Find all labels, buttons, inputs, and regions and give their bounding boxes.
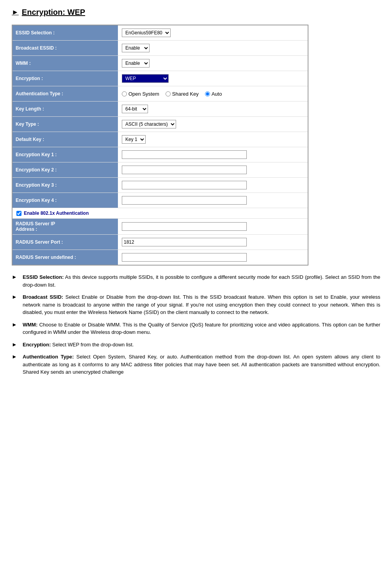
radius-port-input[interactable] [122,238,247,246]
auth-open-system-radio[interactable] [122,91,127,96]
bullet-arrow-icon-4: ► [12,341,23,348]
auth-type-row: Authentication Type : Open System Shared… [12,86,308,102]
default-key-select[interactable]: Key 1 Key 2 Key 3 Key 4 [122,135,146,144]
broadcast-essid-label: Broadcast ESSID : [12,41,118,55]
bullet-text-3: WMM: Choose to Enable or Disable WMM. Th… [23,321,380,336]
key-type-select[interactable]: ASCII (5 characters) Hex (10 characters) [122,120,176,128]
bullet-arrow-icon-5: ► [12,353,23,360]
radius-ip-value [118,221,308,232]
radius-undefined-value [118,251,308,263]
bullet-text-1: ESSID Selection: As this device supports… [23,273,380,289]
wmm-select[interactable]: Enable Disable [122,59,150,68]
auth-type-value: Open System Shared Key Auto [118,89,308,98]
enc-key-4-label: Encryption Key 4 : [12,193,118,208]
key-type-label: Key Type : [12,117,118,132]
essid-selection-row: ESSID Selection : EnGenius59FE80 [12,25,308,41]
radius-port-label: RADIUS Server Port : [12,235,118,250]
bullet-3: ► WMM: Choose to Enable or Disable WMM. … [12,321,380,336]
enc-key-2-input[interactable] [122,166,247,174]
auth-type-radio-group: Open System Shared Key Auto [122,91,222,97]
auth-shared-key-radio[interactable] [166,91,171,96]
bullet-text-5: Authentication Type: Select Open System,… [23,353,380,376]
key-length-label: Key Length : [12,102,118,116]
essid-selection-value: EnGenius59FE80 [118,27,308,39]
default-key-label: Default Key : [12,132,118,147]
wmm-value: Enable Disable [118,57,308,69]
auth-auto-radio[interactable] [205,91,210,96]
enc-key-4-value [118,194,308,206]
enc-key-2-row: Encryption Key 2 : [12,162,308,178]
default-key-value: Key 1 Key 2 Key 3 Key 4 [118,134,308,145]
radius-undefined-input[interactable] [122,253,247,262]
enc-key-1-row: Encryption Key 1 : [12,147,308,162]
enc-key-3-row: Encryption Key 3 : [12,178,308,193]
enable-8021x-row: Enable 802.1x Authentication [12,208,308,219]
radius-ip-label: RADIUS Server IP Address : [12,219,118,234]
encryption-value: WEP None WPA WPA2 [118,73,308,84]
key-type-value: ASCII (5 characters) Hex (10 characters) [118,118,308,130]
enc-key-3-value [118,179,308,191]
encryption-select[interactable]: WEP None WPA WPA2 [122,74,169,83]
enc-key-1-value [118,149,308,160]
key-type-row: Key Type : ASCII (5 characters) Hex (10 … [12,117,308,132]
enc-key-3-label: Encryption Key 3 : [12,178,118,193]
enable-8021x-checkbox[interactable] [16,211,21,216]
encryption-label: Encryption : [12,71,118,86]
wmm-row: WMM : Enable Disable [12,56,308,71]
radius-port-value [118,236,308,248]
bullet-4: ► Encryption: Select WEP from the drop-d… [12,341,380,349]
broadcast-essid-select[interactable]: Enable Disable [122,44,150,52]
auth-auto-item: Auto [205,91,222,97]
auth-shared-key-item: Shared Key [166,91,199,97]
bullet-1: ► ESSID Selection: As this device suppor… [12,273,380,289]
bullet-text-4: Encryption: Select WEP from the drop-dow… [23,341,134,349]
essid-selection-select[interactable]: EnGenius59FE80 [122,29,171,37]
bullet-section: ► ESSID Selection: As this device suppor… [12,273,380,376]
enc-key-4-row: Encryption Key 4 : [12,193,308,208]
auth-open-system-label: Open System [128,91,159,97]
auth-open-system-item: Open System [122,91,159,97]
key-length-value: 64-bit 128-bit [118,103,308,115]
encryption-row: Encryption : WEP None WPA WPA2 [12,71,308,86]
key-length-select[interactable]: 64-bit 128-bit [122,105,148,113]
auth-type-label: Authentication Type : [12,86,118,101]
broadcast-essid-value: Enable Disable [118,42,308,54]
enc-key-3-input[interactable] [122,181,247,189]
auth-auto-label: Auto [212,91,222,97]
bullet-arrow-icon-3: ► [12,321,23,328]
arrow-icon: ► [12,8,19,16]
enc-key-1-input[interactable] [122,150,247,159]
enc-key-2-value [118,164,308,176]
wmm-label: WMM : [12,56,118,71]
key-length-row: Key Length : 64-bit 128-bit [12,102,308,117]
bullet-2: ► Broadcast SSID: Select Enable or Disab… [12,293,380,316]
default-key-row: Default Key : Key 1 Key 2 Key 3 Key 4 [12,132,308,147]
enc-key-1-label: Encryption Key 1 : [12,147,118,162]
radius-undefined-label: RADIUS Server undefined : [12,250,118,265]
bullet-text-2: Broadcast SSID: Select Enable or Disable… [23,293,380,316]
radius-ip-row: RADIUS Server IP Address : [12,219,308,235]
page-title: ► Encryption: WEP [12,8,380,17]
enable-8021x-label: Enable 802.1x Authentication [24,210,89,216]
auth-shared-key-label: Shared Key [172,91,199,97]
bullet-arrow-icon-2: ► [12,293,23,300]
form-container: ESSID Selection : EnGenius59FE80 Broadca… [12,25,308,266]
broadcast-essid-row: Broadcast ESSID : Enable Disable [12,41,308,56]
enc-key-4-input[interactable] [122,196,247,205]
bullet-arrow-icon-1: ► [12,273,23,280]
essid-selection-label: ESSID Selection : [12,25,118,40]
bullet-5: ► Authentication Type: Select Open Syste… [12,353,380,376]
enc-key-2-label: Encryption Key 2 : [12,162,118,177]
radius-undefined-row: RADIUS Server undefined : [12,250,308,265]
radius-ip-input[interactable] [122,222,247,231]
radius-port-row: RADIUS Server Port : [12,235,308,250]
